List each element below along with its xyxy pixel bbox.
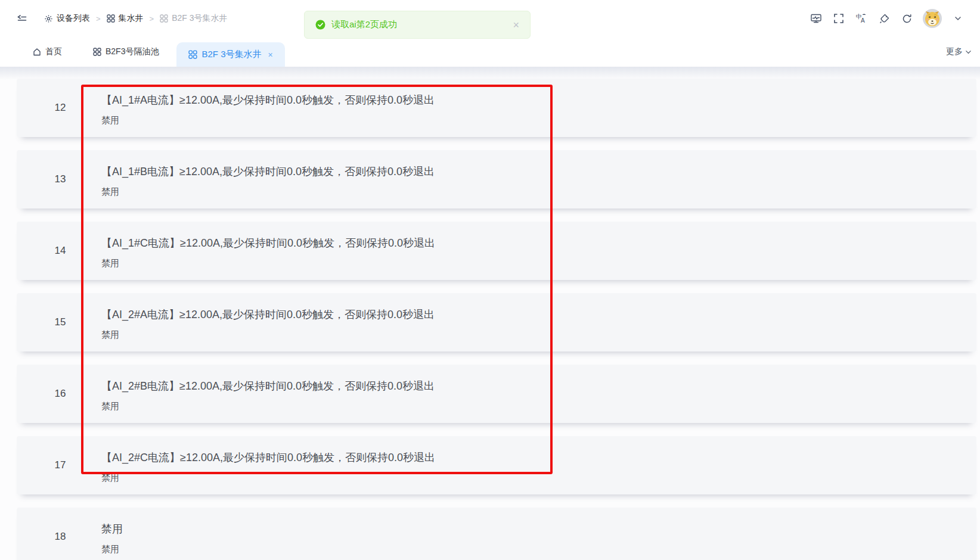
rule-list-panel: 12 【AI_1#A电流】≥12.00A,最少保持时间0.0秒触发，否则保持0.…: [0, 67, 980, 560]
rule-row[interactable]: 13 【AI_1#B电流】≥12.00A,最少保持时间0.0秒触发，否则保持0.…: [17, 150, 976, 209]
row-index: 18: [17, 508, 104, 560]
chevron-down-icon[interactable]: [951, 12, 965, 25]
rule-row[interactable]: 12 【AI_1#A电流】≥12.00A,最少保持时间0.0秒触发，否则保持0.…: [17, 79, 976, 137]
home-icon: [33, 48, 41, 56]
row-main-text: 【AI_2#B电流】≥12.00A,最少保持时间0.0秒触发，否则保持0.0秒退…: [101, 379, 435, 393]
tab-bar: 首页 B2F3号隔油池 B2F 3号集水井 × 更多: [0, 37, 980, 67]
more-label: 更多: [946, 46, 963, 57]
theme-tag-icon[interactable]: [877, 12, 891, 25]
row-index: 17: [17, 436, 104, 494]
row-main-text: 【AI_2#C电流】≥12.00A,最少保持时间0.0秒触发，否则保持0.0秒退…: [101, 450, 435, 465]
user-avatar[interactable]: [923, 9, 942, 28]
grid-icon: [107, 14, 115, 23]
rule-row[interactable]: 14 【AI_1#C电流】≥12.00A,最少保持时间0.0秒触发，否则保持0.…: [17, 222, 976, 280]
app-window: 设备列表 > 集水井 >: [0, 0, 980, 560]
breadcrumb-separator: >: [150, 14, 154, 23]
toast-close-icon[interactable]: ×: [513, 20, 519, 30]
toast-message: 读取ai第2页成功: [331, 19, 513, 30]
more-dropdown[interactable]: 更多: [946, 37, 972, 67]
row-sub-text: 禁用: [101, 544, 119, 555]
row-sub-text: 禁用: [101, 472, 119, 484]
grid-icon: [160, 14, 168, 23]
breadcrumb-label: 集水井: [119, 13, 144, 24]
row-main-text: 【AI_1#B电流】≥12.00A,最少保持时间0.0秒触发，否则保持0.0秒退…: [101, 164, 435, 179]
success-toast: 读取ai第2页成功 ×: [304, 11, 531, 39]
fullscreen-icon[interactable]: [832, 12, 845, 25]
breadcrumb-item-sump-well[interactable]: 集水井: [107, 13, 144, 24]
rule-row[interactable]: 17 【AI_2#C电流】≥12.00A,最少保持时间0.0秒触发，否则保持0.…: [17, 436, 976, 494]
tab-label: B2F3号隔油池: [106, 46, 159, 57]
tab-b2f3-sump-well-active[interactable]: B2F 3号集水井 ×: [176, 42, 284, 67]
row-sub-text: 禁用: [101, 115, 119, 126]
row-index: 12: [17, 79, 104, 137]
svg-text:A: A: [861, 17, 865, 24]
grid-icon: [188, 50, 197, 59]
breadcrumb-label: 设备列表: [57, 13, 90, 24]
tab-label: 首页: [45, 46, 62, 57]
breadcrumb-label: B2F 3号集水井: [172, 13, 227, 24]
breadcrumb: 设备列表 > 集水井 >: [44, 13, 228, 24]
row-sub-text: 禁用: [101, 258, 119, 269]
tab-home[interactable]: 首页: [33, 46, 62, 57]
row-sub-text: 禁用: [101, 401, 119, 412]
breadcrumb-item-current: B2F 3号集水井: [160, 13, 227, 24]
row-main-text: 【AI_1#A电流】≥12.00A,最少保持时间0.0秒触发，否则保持0.0秒退…: [101, 93, 435, 107]
header-left: 设备列表 > 集水井 >: [15, 12, 228, 25]
row-index: 13: [17, 150, 104, 209]
translate-icon[interactable]: 中 A: [855, 12, 868, 25]
rule-row[interactable]: 15 【AI_2#A电流】≥12.00A,最少保持时间0.0秒触发，否则保持0.…: [17, 293, 976, 351]
gear-icon: [44, 14, 53, 23]
row-index: 14: [17, 222, 104, 280]
row-index: 15: [17, 293, 104, 351]
row-sub-text: 禁用: [101, 329, 119, 341]
refresh-icon[interactable]: [900, 12, 913, 25]
row-main-text: 【AI_1#C电流】≥12.00A,最少保持时间0.0秒触发，否则保持0.0秒退…: [101, 236, 435, 250]
grid-icon: [93, 48, 101, 56]
breadcrumb-separator: >: [96, 14, 101, 23]
rule-row[interactable]: 18 禁用 禁用: [17, 508, 976, 560]
tab-b2f3-grease-trap[interactable]: B2F3号隔油池: [93, 46, 159, 57]
success-check-icon: [315, 20, 325, 30]
chevron-down-icon: [965, 49, 972, 55]
rule-rows: 12 【AI_1#A电流】≥12.00A,最少保持时间0.0秒触发，否则保持0.…: [0, 67, 980, 560]
menu-fold-icon[interactable]: [15, 12, 29, 25]
tab-label: B2F 3号集水井: [201, 49, 261, 60]
row-main-text: 【AI_2#A电流】≥12.00A,最少保持时间0.0秒触发，否则保持0.0秒退…: [101, 307, 435, 322]
tab-close-icon[interactable]: ×: [268, 50, 273, 60]
rule-row[interactable]: 16 【AI_2#B电流】≥12.00A,最少保持时间0.0秒触发，否则保持0.…: [17, 365, 976, 423]
header-right: 中 A: [810, 9, 965, 28]
monitor-chart-icon[interactable]: [810, 12, 823, 25]
row-main-text: 禁用: [101, 522, 123, 536]
row-index: 16: [17, 365, 104, 423]
breadcrumb-item-device-list[interactable]: 设备列表: [44, 13, 90, 24]
row-sub-text: 禁用: [101, 186, 119, 198]
